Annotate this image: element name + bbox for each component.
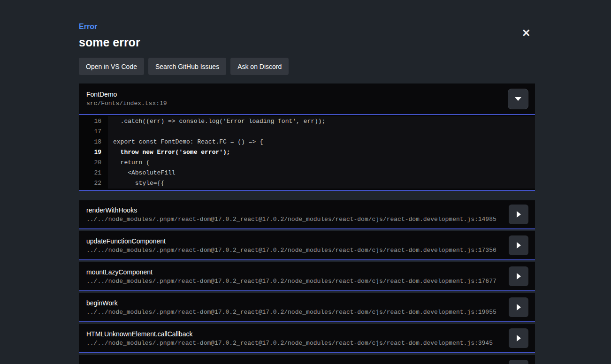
line-text: throw new Error('some error');: [108, 147, 535, 158]
line-text: .catch((err) => console.log('Error loadi…: [108, 116, 535, 127]
code-line: 22 style={{: [79, 178, 535, 189]
frame-title: FontDemo: [86, 91, 167, 98]
play-icon: [517, 211, 521, 218]
ask-on-discord-button[interactable]: Ask on Discord: [230, 58, 289, 75]
stack-frame-meta: HTMLUnknownElement.callCallback ../../no…: [86, 330, 493, 347]
play-icon: [517, 335, 521, 341]
line-text: style={{: [108, 178, 535, 189]
expand-frame-button[interactable]: [509, 205, 528, 224]
search-github-issues-button[interactable]: Search GitHub Issues: [148, 58, 226, 75]
line-number: 17: [79, 127, 108, 137]
stack-frame-meta: mountLazyComponent ../../node_modules/.p…: [86, 268, 496, 285]
frame-location: ../../node_modules/.pnpm/react-dom@17.0.…: [86, 340, 493, 347]
line-text: export const FontDemo: React.FC = () => …: [108, 137, 535, 147]
chevron-down-icon: [515, 97, 521, 101]
code-line: 18 export const FontDemo: React.FC = () …: [79, 137, 535, 147]
stack-frame: renderWithHooks ../../node_modules/.pnpm…: [79, 200, 535, 229]
frame-location: ../../node_modules/.pnpm/react-dom@17.0.…: [86, 216, 496, 223]
stack-frame: mountLazyComponent ../../node_modules/.p…: [79, 262, 535, 291]
line-text: [108, 127, 535, 137]
code-line-highlighted: 19 throw new Error('some error');: [79, 147, 535, 158]
stack-frame: updateFunctionComponent ../../node_modul…: [79, 231, 535, 260]
code-snippet: 16 .catch((err) => console.log('Error lo…: [79, 114, 535, 191]
open-in-vscode-button[interactable]: Open in VS Code: [79, 58, 144, 75]
actions-row: Open in VS Code Search GitHub Issues Ask…: [79, 58, 535, 75]
line-number: 22: [79, 178, 108, 189]
code-line: 21 <AbsoluteFill: [79, 168, 535, 178]
stack-frames-list: renderWithHooks ../../node_modules/.pnpm…: [79, 200, 535, 364]
collapse-snippet-button[interactable]: [508, 89, 528, 109]
frame-title: HTMLUnknownElement.callCallback: [86, 330, 493, 338]
stack-frame-meta: renderWithHooks ../../node_modules/.pnpm…: [86, 206, 496, 223]
stack-frame-meta: beginWork ../../node_modules/.pnpm/react…: [86, 299, 496, 316]
frame-title: beginWork: [86, 299, 496, 307]
stack-frame-meta: updateFunctionComponent ../../node_modul…: [86, 237, 496, 254]
code-line: 20 return (: [79, 158, 535, 168]
frame-location: src/Fonts/index.tsx:19: [86, 100, 167, 107]
source-frame-meta: FontDemo src/Fonts/index.tsx:19: [86, 91, 167, 107]
line-text: <AbsoluteFill: [108, 168, 535, 178]
frame-title: mountLazyComponent: [86, 268, 496, 276]
expand-frame-button[interactable]: [509, 235, 528, 255]
play-icon: [517, 242, 521, 249]
expand-frame-button[interactable]: [509, 297, 528, 317]
line-number: 19: [79, 147, 108, 158]
frame-location: ../../node_modules/.pnpm/react-dom@17.0.…: [86, 278, 496, 285]
frame-title: renderWithHooks: [86, 206, 496, 214]
source-frame-card: FontDemo src/Fonts/index.tsx:19 16 .catc…: [79, 83, 535, 191]
error-message-title: some error: [79, 36, 535, 49]
line-number: 16: [79, 116, 108, 127]
line-number: 18: [79, 137, 108, 147]
frame-location: ../../node_modules/.pnpm/react-dom@17.0.…: [86, 309, 496, 316]
line-number: 20: [79, 158, 108, 168]
error-kicker: Error: [79, 23, 535, 31]
stack-frame: beginWork ../../node_modules/.pnpm/react…: [79, 293, 535, 322]
line-number: 21: [79, 168, 108, 178]
frame-location: ../../node_modules/.pnpm/react-dom@17.0.…: [86, 247, 496, 254]
stack-frame: HTMLUnknownElement.callCallback ../../no…: [79, 324, 535, 353]
play-icon: [517, 304, 521, 311]
code-line: 16 .catch((err) => console.log('Error lo…: [79, 116, 535, 127]
code-line: 17: [79, 127, 535, 137]
stack-frame-partial: [79, 355, 535, 364]
error-dialog: Error some error Open in VS Code Search …: [79, 23, 535, 364]
play-icon: [517, 273, 521, 280]
expand-frame-button[interactable]: [509, 266, 528, 286]
frame-title: updateFunctionComponent: [86, 237, 496, 245]
line-text: return (: [108, 158, 535, 168]
expand-frame-button[interactable]: [509, 328, 528, 348]
error-overlay: { "header": { "kicker": "Error", "title"…: [0, 0, 611, 364]
expand-frame-button[interactable]: [509, 360, 528, 364]
source-frame-header: FontDemo src/Fonts/index.tsx:19: [79, 83, 535, 114]
